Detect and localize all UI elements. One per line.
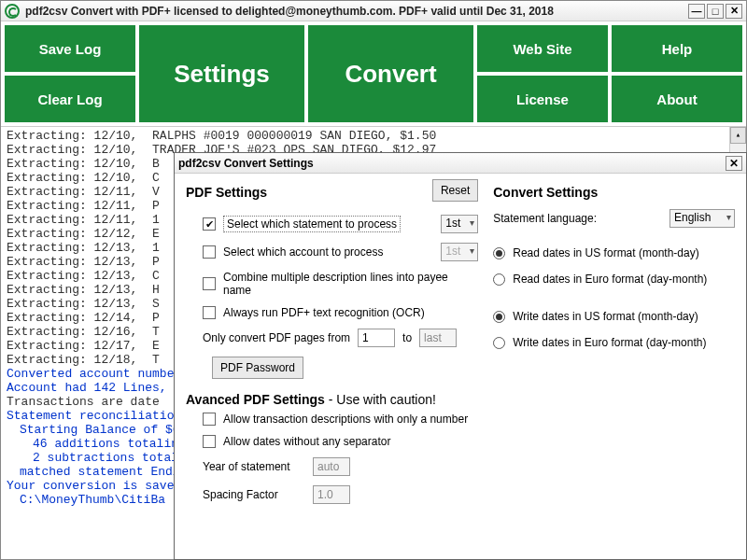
allow-no-separator-label: Allow dates without any separator bbox=[223, 435, 390, 448]
select-statement-dropdown[interactable]: 1st bbox=[441, 215, 478, 233]
pages-from-label: Only convert PDF pages from bbox=[203, 331, 350, 344]
select-account-checkbox[interactable] bbox=[203, 245, 216, 259]
log-line: Extracting: 12/10, RALPHS #0019 00000001… bbox=[7, 129, 744, 143]
web-site-button[interactable]: Web Site bbox=[477, 25, 608, 72]
allow-no-separator-checkbox[interactable] bbox=[203, 435, 216, 448]
pages-from-input[interactable] bbox=[358, 329, 395, 347]
license-button[interactable]: License bbox=[477, 76, 608, 122]
scroll-up-icon[interactable]: ▴ bbox=[730, 127, 746, 144]
convert-settings-heading: Convert Settings bbox=[493, 185, 735, 200]
dialog-title: pdf2csv Convert Settings bbox=[178, 157, 726, 170]
clear-log-button[interactable]: Clear Log bbox=[5, 76, 135, 122]
year-input[interactable] bbox=[313, 457, 350, 476]
pdf-password-button[interactable]: PDF Password bbox=[212, 357, 303, 379]
about-button[interactable]: About bbox=[612, 76, 742, 122]
settings-dialog: pdf2csv Convert Settings ✕ PDF Settings … bbox=[174, 152, 747, 560]
maximize-button[interactable]: □ bbox=[707, 4, 724, 19]
titlebar-text: pdf2csv Convert with PDF+ licensed to de… bbox=[25, 5, 688, 18]
advanced-settings-heading: Avanced PDF Settings - Use with caution! bbox=[186, 392, 478, 407]
read-us-radio[interactable] bbox=[493, 247, 505, 259]
year-label: Year of statement bbox=[203, 460, 305, 473]
convert-button[interactable]: Convert bbox=[308, 25, 473, 122]
close-button[interactable]: ✕ bbox=[726, 4, 742, 19]
ocr-label: Always run PDF+ text recognition (OCR) bbox=[223, 306, 425, 319]
ocr-checkbox[interactable] bbox=[203, 306, 216, 319]
settings-button[interactable]: Settings bbox=[139, 25, 304, 122]
statement-language-dropdown[interactable]: English bbox=[669, 209, 735, 228]
allow-number-desc-label: Allow transaction descriptions with only… bbox=[223, 413, 468, 426]
read-us-label: Read dates in US format (month-day) bbox=[513, 246, 698, 259]
statement-language-label: Statement language: bbox=[493, 212, 597, 225]
pages-to-input[interactable] bbox=[419, 329, 457, 347]
reset-button[interactable]: Reset bbox=[432, 179, 478, 202]
read-eu-radio[interactable] bbox=[493, 273, 505, 286]
spacing-input[interactable] bbox=[313, 485, 350, 504]
combine-lines-label: Combine multiple description lines into … bbox=[223, 271, 478, 297]
minimize-button[interactable]: — bbox=[688, 4, 705, 19]
dialog-titlebar: pdf2csv Convert Settings ✕ bbox=[175, 153, 746, 174]
select-account-dropdown[interactable]: 1st bbox=[441, 243, 478, 261]
help-button[interactable]: Help bbox=[612, 25, 742, 72]
spacing-label: Spacing Factor bbox=[203, 488, 305, 501]
select-account-label: Select which account to process bbox=[223, 245, 383, 259]
write-eu-label: Write dates in Euro format (day-month) bbox=[513, 336, 706, 349]
allow-number-desc-checkbox[interactable] bbox=[203, 413, 216, 426]
pages-to-label: to bbox=[402, 331, 412, 344]
write-us-label: Write dates in US format (month-day) bbox=[513, 310, 698, 323]
dialog-close-button[interactable]: ✕ bbox=[726, 156, 742, 171]
pdf-settings-heading: PDF Settings bbox=[186, 185, 267, 200]
select-statement-checkbox[interactable] bbox=[203, 217, 216, 231]
save-log-button[interactable]: Save Log bbox=[5, 25, 135, 72]
app-icon bbox=[5, 4, 20, 19]
toolbar: Save Log Clear Log Settings Convert Web … bbox=[1, 21, 746, 126]
main-titlebar: pdf2csv Convert with PDF+ licensed to de… bbox=[1, 1, 746, 21]
write-us-radio[interactable] bbox=[493, 311, 505, 323]
read-eu-label: Read dates in Euro format (day-month) bbox=[513, 273, 707, 286]
write-eu-radio[interactable] bbox=[493, 337, 505, 349]
select-statement-label: Select which statement to process bbox=[223, 216, 401, 232]
combine-lines-checkbox[interactable] bbox=[203, 277, 216, 290]
